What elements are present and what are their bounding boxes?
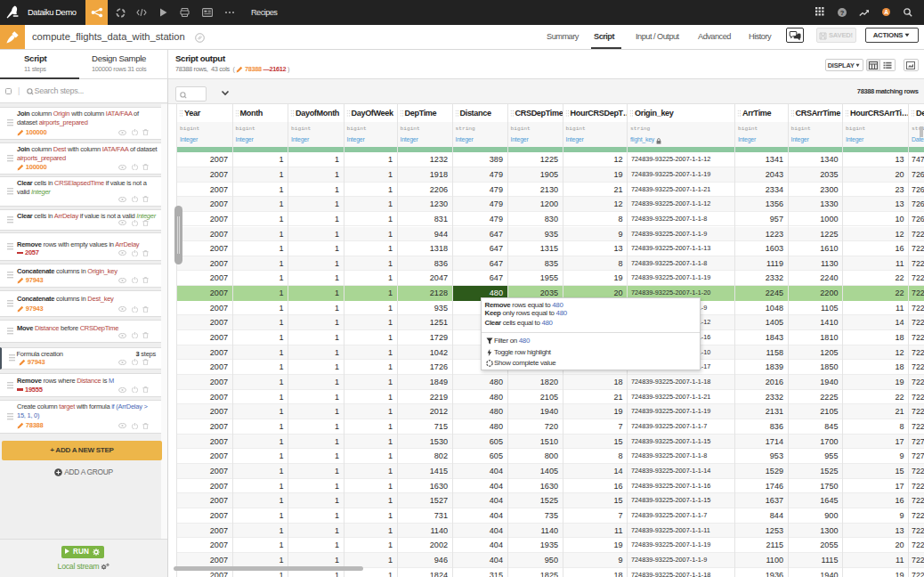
svg-text:?: ? (840, 8, 845, 16)
